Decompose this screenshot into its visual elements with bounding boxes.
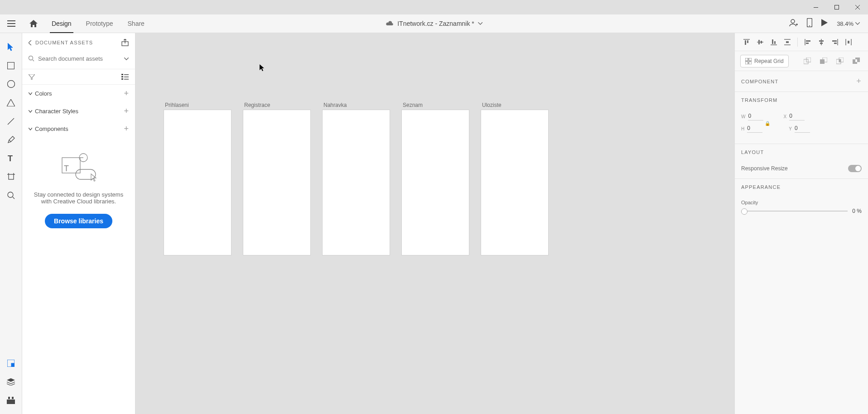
library-promo: T Stay connected to design systems with … <box>22 138 135 242</box>
list-view-icon[interactable] <box>121 74 129 80</box>
chevron-down-icon <box>478 22 482 25</box>
artboard-tool[interactable] <box>0 168 22 186</box>
pen-tool[interactable] <box>0 130 22 149</box>
assets-charstyles-section[interactable]: Character Styles + <box>22 102 135 120</box>
appearance-section-header: APPEARANCE <box>735 179 868 195</box>
bool-intersect[interactable] <box>834 55 846 67</box>
zoom-tool[interactable] <box>0 186 22 205</box>
width-field[interactable]: W0 <box>741 113 763 120</box>
library-promo-text: Stay connected to design systems with Cr… <box>29 191 129 205</box>
device-preview-button[interactable] <box>807 18 812 29</box>
artboard-label[interactable]: Prihlaseni <box>164 102 231 108</box>
zoom-value: 38.4% <box>837 20 854 27</box>
window-close[interactable] <box>847 0 868 14</box>
svg-rect-62 <box>834 43 837 44</box>
artboard-label[interactable]: Registrace <box>243 102 310 108</box>
window-minimize[interactable] <box>805 0 826 14</box>
library-promo-icon: T <box>58 151 99 183</box>
bool-add[interactable] <box>801 55 814 67</box>
distribute-h[interactable] <box>842 36 855 48</box>
layers-panel-toggle[interactable] <box>0 372 22 391</box>
filter-icon[interactable] <box>29 74 35 80</box>
svg-rect-58 <box>819 40 824 42</box>
artboard-rect[interactable] <box>402 110 469 255</box>
svg-point-7 <box>791 19 795 23</box>
chevron-left-icon[interactable] <box>29 40 32 45</box>
x-field[interactable]: X0 <box>783 113 805 120</box>
svg-rect-77 <box>853 59 857 64</box>
tab-design[interactable]: Design <box>44 14 79 33</box>
repeat-grid-button[interactable]: Repeat Grid <box>740 55 789 67</box>
svg-rect-59 <box>820 43 823 44</box>
hamburger-menu[interactable] <box>0 14 22 33</box>
height-field[interactable]: H0 <box>741 125 762 133</box>
tab-prototype[interactable]: Prototype <box>79 14 121 33</box>
rectangle-tool[interactable] <box>0 56 22 75</box>
svg-rect-79 <box>855 59 857 62</box>
add-component-state[interactable]: + <box>856 77 862 86</box>
svg-rect-72 <box>820 59 825 64</box>
artboard[interactable]: Registrace <box>243 102 310 255</box>
opacity-slider[interactable] <box>741 211 848 212</box>
artboard-rect[interactable] <box>481 110 548 255</box>
ellipse-tool[interactable] <box>0 75 22 93</box>
artboard[interactable]: Prihlaseni <box>164 102 231 255</box>
add-charstyle-button[interactable]: + <box>124 106 129 116</box>
play-icon <box>821 19 828 26</box>
home-button[interactable] <box>22 14 44 33</box>
invite-button[interactable] <box>789 18 798 29</box>
document-title-wrap[interactable]: ITnetwork.cz - Zaznamnik * <box>386 20 482 27</box>
canvas[interactable]: Prihlaseni Registrace Nahravka Seznam Ul… <box>135 33 734 414</box>
align-bottom[interactable] <box>767 36 780 48</box>
distribute-v[interactable] <box>781 36 794 48</box>
y-field[interactable]: Y0 <box>789 125 810 133</box>
tab-share[interactable]: Share <box>121 14 152 33</box>
svg-rect-49 <box>772 39 773 44</box>
line-tool[interactable] <box>0 112 22 130</box>
search-assets-input[interactable] <box>38 55 121 62</box>
chevron-down-icon[interactable] <box>124 58 129 60</box>
svg-rect-34 <box>124 77 129 77</box>
assets-components-section[interactable]: Components + <box>22 120 135 138</box>
align-vcenter[interactable] <box>754 36 767 48</box>
text-tool[interactable]: T <box>0 149 22 168</box>
bool-exclude[interactable] <box>850 55 863 67</box>
artboard[interactable]: Uloziste <box>481 102 548 255</box>
align-right[interactable] <box>829 36 841 48</box>
window-maximize[interactable] <box>826 0 847 14</box>
plugins-panel-toggle[interactable] <box>0 391 22 409</box>
play-preview-button[interactable] <box>821 19 828 28</box>
artboard-label[interactable]: Uloziste <box>481 102 548 108</box>
artboard-rect[interactable] <box>164 110 231 255</box>
browse-libraries-button[interactable]: Browse libraries <box>45 214 112 228</box>
artboard-rect[interactable] <box>243 110 310 255</box>
repeat-grid-icon <box>745 58 752 64</box>
publish-icon[interactable] <box>121 39 129 46</box>
assets-panel-title: DOCUMENT ASSETS <box>35 40 118 45</box>
svg-rect-27 <box>12 397 14 399</box>
polygon-tool[interactable] <box>0 93 22 112</box>
align-left[interactable] <box>801 36 814 48</box>
svg-rect-31 <box>121 74 123 75</box>
assets-colors-section[interactable]: Colors + <box>22 85 135 102</box>
artboard-label[interactable]: Seznam <box>402 102 469 108</box>
artboard-label[interactable]: Nahravka <box>323 102 390 108</box>
add-component-button[interactable]: + <box>124 124 129 134</box>
artboard[interactable]: Seznam <box>402 102 469 255</box>
bool-subtract[interactable] <box>817 55 830 67</box>
artboard[interactable]: Nahravka <box>323 102 390 255</box>
svg-rect-32 <box>124 74 129 75</box>
svg-rect-10 <box>807 19 812 27</box>
assets-panel-toggle[interactable] <box>0 354 22 372</box>
align-hcenter[interactable] <box>815 36 828 48</box>
svg-rect-66 <box>745 58 748 61</box>
add-color-button[interactable]: + <box>124 89 129 98</box>
artboard-rect[interactable] <box>323 110 390 255</box>
component-section-header: COMPONENT + <box>735 71 868 92</box>
align-top[interactable] <box>740 36 753 48</box>
responsive-resize-toggle[interactable] <box>848 165 862 172</box>
select-tool[interactable] <box>0 38 22 56</box>
zoom-dropdown[interactable]: 38.4% <box>837 20 860 27</box>
svg-point-29 <box>29 56 33 60</box>
svg-rect-50 <box>774 41 776 44</box>
